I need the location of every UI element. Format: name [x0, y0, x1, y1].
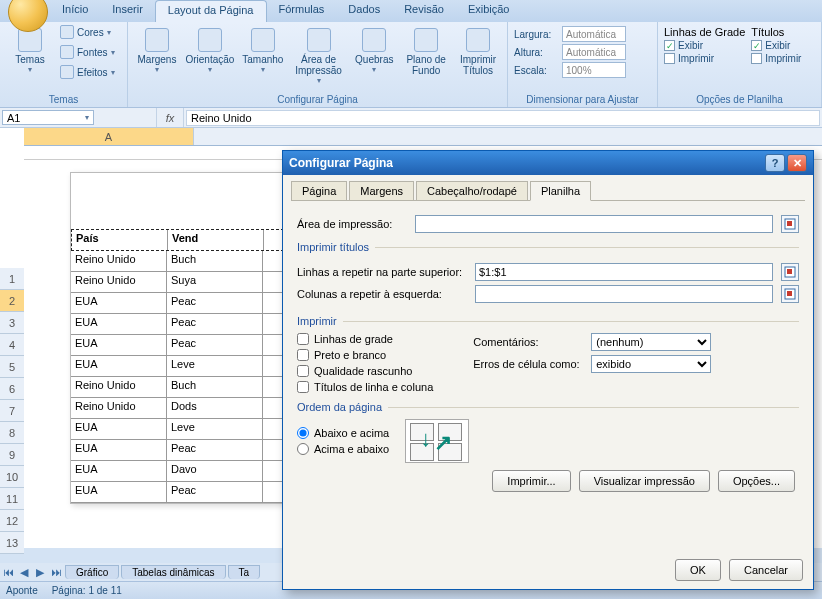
- sheet-nav-first[interactable]: ⏮: [0, 566, 16, 578]
- erros-select[interactable]: exibido: [591, 355, 711, 373]
- efeitos-icon: [60, 65, 74, 79]
- row-header[interactable]: 8: [0, 422, 24, 444]
- exibir-grade-checkbox[interactable]: ✓: [664, 40, 675, 51]
- imprimir-titulos-checkbox[interactable]: [751, 53, 762, 64]
- btn-imprimir[interactable]: Imprimir...: [492, 470, 570, 492]
- help-button[interactable]: ?: [765, 154, 785, 172]
- colunas-repetir-input[interactable]: [475, 285, 773, 303]
- table-cell[interactable]: EUA: [71, 335, 167, 355]
- area-impressao-input[interactable]: [415, 215, 773, 233]
- ribbon-tab-revisao[interactable]: Revisão: [392, 0, 456, 22]
- chk-linhas-grade[interactable]: [297, 333, 309, 345]
- table-cell[interactable]: Peac: [167, 440, 263, 460]
- ribbon-tab-dados[interactable]: Dados: [336, 0, 392, 22]
- chk-preto-branco[interactable]: [297, 349, 309, 361]
- dlg-tab-cabecalho[interactable]: Cabeçalho/rodapé: [416, 181, 528, 201]
- btn-opcoes[interactable]: Opções...: [718, 470, 795, 492]
- dlg-tab-planilha[interactable]: Planilha: [530, 181, 591, 201]
- margens-button[interactable]: Margens▾: [134, 24, 180, 74]
- efeitos-button[interactable]: Efeitos▾: [60, 64, 115, 80]
- ribbon-tab-inserir[interactable]: Inserir: [100, 0, 155, 22]
- radio-acima[interactable]: [297, 443, 309, 455]
- dlg-tab-pagina[interactable]: Página: [291, 181, 347, 201]
- altura-input[interactable]: [562, 44, 626, 60]
- range-picker-colunas[interactable]: [781, 285, 799, 303]
- table-cell[interactable]: EUA: [71, 482, 167, 502]
- row-header[interactable]: 1: [0, 268, 24, 290]
- table-cell[interactable]: Leve: [167, 419, 263, 439]
- table-cell[interactable]: Peac: [167, 335, 263, 355]
- area-impressao-button[interactable]: Área de Impressão▾: [292, 24, 346, 85]
- range-picker-linhas[interactable]: [781, 263, 799, 281]
- quebras-button[interactable]: Quebras▾: [351, 24, 397, 74]
- row-header[interactable]: 4: [0, 334, 24, 356]
- imprimir-grade-checkbox[interactable]: [664, 53, 675, 64]
- row-header[interactable]: 7: [0, 400, 24, 422]
- linhas-repetir-input[interactable]: [475, 263, 773, 281]
- table-cell[interactable]: Peac: [167, 293, 263, 313]
- table-cell[interactable]: Davo: [167, 461, 263, 481]
- table-cell[interactable]: Buch: [167, 377, 263, 397]
- table-cell[interactable]: Reino Unido: [71, 272, 167, 292]
- sheet-nav-last[interactable]: ⏭: [48, 566, 64, 578]
- sheet-tab-grafico[interactable]: Gráfico: [65, 565, 119, 579]
- table-cell[interactable]: EUA: [71, 314, 167, 334]
- tamanho-button[interactable]: Tamanho▾: [240, 24, 286, 74]
- ribbon-tab-inicio[interactable]: Início: [50, 0, 100, 22]
- table-cell[interactable]: EUA: [71, 419, 167, 439]
- row-header[interactable]: 2: [0, 290, 24, 312]
- range-picker-area[interactable]: [781, 215, 799, 233]
- chk-titulos-lc[interactable]: [297, 381, 309, 393]
- radio-abaixo[interactable]: [297, 427, 309, 439]
- fontes-button[interactable]: Fontes▾: [60, 44, 115, 60]
- largura-input[interactable]: [562, 26, 626, 42]
- row-header[interactable]: 9: [0, 444, 24, 466]
- ribbon-tab-exibicao[interactable]: Exibição: [456, 0, 522, 22]
- table-cell[interactable]: Reino Unido: [71, 377, 167, 397]
- table-cell[interactable]: Leve: [167, 356, 263, 376]
- table-cell[interactable]: Suya: [167, 272, 263, 292]
- table-cell[interactable]: Peac: [167, 482, 263, 502]
- dlg-tab-margens[interactable]: Margens: [349, 181, 414, 201]
- fx-icon[interactable]: fx: [156, 108, 184, 127]
- col-header-a[interactable]: A: [24, 128, 194, 145]
- row-header[interactable]: 13: [0, 532, 24, 554]
- sheet-nav-next[interactable]: ▶: [32, 566, 48, 579]
- row-header[interactable]: 12: [0, 510, 24, 532]
- table-cell[interactable]: Buch: [167, 251, 263, 271]
- table-cell[interactable]: Dods: [167, 398, 263, 418]
- imprimir-titulos-button[interactable]: Imprimir Títulos: [455, 24, 501, 76]
- escala-input[interactable]: [562, 62, 626, 78]
- dialog-titlebar[interactable]: Configurar Página ? ✕: [283, 151, 813, 175]
- orientacao-button[interactable]: Orientação▾: [186, 24, 234, 74]
- comentarios-select[interactable]: (nenhum): [591, 333, 711, 351]
- row-header[interactable]: 3: [0, 312, 24, 334]
- exibir-titulos-checkbox[interactable]: ✓: [751, 40, 762, 51]
- ribbon-tab-layout[interactable]: Layout da Página: [155, 0, 267, 22]
- close-button[interactable]: ✕: [787, 154, 807, 172]
- row-header[interactable]: 10: [0, 466, 24, 488]
- btn-visualizar[interactable]: Visualizar impressão: [579, 470, 710, 492]
- table-cell[interactable]: Reino Unido: [71, 251, 167, 271]
- table-cell[interactable]: Peac: [167, 314, 263, 334]
- row-header[interactable]: 6: [0, 378, 24, 400]
- table-cell[interactable]: EUA: [71, 440, 167, 460]
- ribbon-tab-formulas[interactable]: Fórmulas: [267, 0, 337, 22]
- table-cell[interactable]: EUA: [71, 293, 167, 313]
- formula-input[interactable]: Reino Unido: [186, 110, 820, 126]
- btn-ok[interactable]: OK: [675, 559, 721, 581]
- chk-rascunho[interactable]: [297, 365, 309, 377]
- name-box[interactable]: A1▾: [2, 110, 94, 125]
- header-vend: Vend: [168, 230, 264, 250]
- row-header[interactable]: 11: [0, 488, 24, 510]
- table-cell[interactable]: EUA: [71, 356, 167, 376]
- table-cell[interactable]: Reino Unido: [71, 398, 167, 418]
- cores-button[interactable]: Cores▾: [60, 24, 115, 40]
- sheet-nav-prev[interactable]: ◀: [16, 566, 32, 579]
- btn-cancelar[interactable]: Cancelar: [729, 559, 803, 581]
- table-cell[interactable]: EUA: [71, 461, 167, 481]
- row-header[interactable]: 5: [0, 356, 24, 378]
- sheet-tab-ta[interactable]: Ta: [228, 565, 261, 579]
- plano-fundo-button[interactable]: Plano de Fundo: [403, 24, 449, 76]
- sheet-tab-tabelas[interactable]: Tabelas dinâmicas: [121, 565, 225, 579]
